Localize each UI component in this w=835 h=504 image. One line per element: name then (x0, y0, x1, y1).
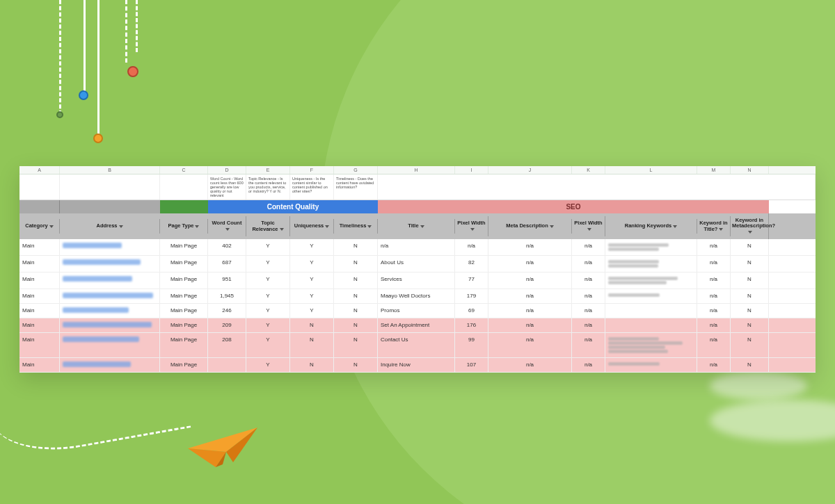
cell[interactable]: n/a (697, 289, 731, 303)
cell[interactable]: 209 (208, 318, 246, 332)
cell[interactable]: N (334, 256, 378, 272)
cell[interactable]: Y (246, 239, 290, 255)
cell[interactable] (605, 273, 697, 288)
cell[interactable]: Main (19, 304, 60, 318)
column-letter[interactable]: L (605, 166, 697, 174)
table-row[interactable]: MainMain PageYNNInquire Now107n/an/an/aN (19, 358, 816, 373)
cell[interactable] (60, 304, 160, 318)
data-body[interactable]: MainMain Page402YYNn/an/an/an/an/aNMainM… (19, 239, 816, 373)
cell[interactable]: 99 (455, 333, 488, 357)
column-letter[interactable]: J (488, 166, 572, 174)
header-page-type[interactable]: Page Type (160, 219, 208, 233)
column-letter[interactable]: A (19, 166, 60, 174)
cell[interactable]: Main Page (160, 289, 208, 303)
cell[interactable]: N (334, 318, 378, 332)
header-keyword-in-title[interactable]: Keyword in Title? (697, 216, 731, 236)
column-letter[interactable]: H (378, 166, 455, 174)
cell[interactable] (605, 289, 697, 303)
table-row[interactable]: MainMain Page1,945YYNMaayo Well Doctors1… (19, 289, 816, 304)
header-pixel-width-1[interactable]: Pixel Width (455, 216, 488, 236)
cell[interactable]: n/a (697, 318, 731, 332)
cell[interactable]: n/a (572, 333, 605, 357)
cell[interactable]: n/a (488, 239, 572, 255)
cell[interactable]: 82 (455, 256, 488, 272)
cell[interactable]: n/a (488, 273, 572, 288)
cell[interactable]: Contact Us (378, 333, 455, 357)
cell[interactable]: Main Page (160, 273, 208, 288)
cell[interactable]: Y (246, 358, 290, 372)
cell[interactable]: n/a (455, 239, 488, 255)
column-letter[interactable]: K (572, 166, 605, 174)
cell[interactable] (60, 289, 160, 303)
cell[interactable]: Y (290, 256, 334, 272)
cell[interactable]: n/a (488, 333, 572, 357)
cell[interactable]: N (731, 333, 769, 357)
cell[interactable]: About Us (378, 256, 455, 272)
cell[interactable]: Main Page (160, 358, 208, 372)
cell[interactable]: 1,945 (208, 289, 246, 303)
cell[interactable]: Main (19, 273, 60, 288)
cell[interactable]: N (334, 333, 378, 357)
cell[interactable]: N (290, 318, 334, 332)
cell[interactable]: N (334, 358, 378, 372)
cell[interactable]: n/a (572, 239, 605, 255)
cell[interactable]: Set An Appointment (378, 318, 455, 332)
cell[interactable]: n/a (488, 318, 572, 332)
cell[interactable]: n/a (488, 304, 572, 318)
cell[interactable]: N (290, 358, 334, 372)
cell[interactable]: Services (378, 273, 455, 288)
table-row[interactable]: MainMain Page951YYNServices77n/an/an/aN (19, 273, 816, 289)
cell[interactable]: 208 (208, 333, 246, 357)
cell[interactable]: N (731, 358, 769, 372)
cell[interactable]: n/a (488, 256, 572, 272)
column-letter[interactable]: F (290, 166, 334, 174)
cell[interactable]: n/a (572, 318, 605, 332)
cell[interactable]: n/a (378, 239, 455, 255)
header-keyword-in-meta[interactable]: Keyword in Metadescription? (731, 213, 769, 239)
cell[interactable]: Main (19, 358, 60, 372)
cell[interactable] (208, 358, 246, 372)
cell[interactable] (605, 256, 697, 272)
cell[interactable]: n/a (488, 358, 572, 372)
cell[interactable]: Main Page (160, 333, 208, 357)
cell[interactable]: 69 (455, 304, 488, 318)
cell[interactable]: Y (246, 304, 290, 318)
header-pixel-width-2[interactable]: Pixel Width (572, 216, 605, 236)
cell[interactable]: n/a (697, 304, 731, 318)
cell[interactable]: 951 (208, 273, 246, 288)
cell[interactable]: 179 (455, 289, 488, 303)
header-timeliness[interactable]: Timeliness (334, 219, 378, 233)
cell[interactable]: Y (246, 289, 290, 303)
table-row[interactable]: MainMain Page687YYNAbout Us82n/an/an/aN (19, 256, 816, 273)
cell[interactable]: n/a (572, 289, 605, 303)
cell[interactable]: N (731, 304, 769, 318)
table-row[interactable]: MainMain Page402YYNn/an/an/an/an/aN (19, 239, 816, 256)
column-letter[interactable]: G (334, 166, 378, 174)
header-word-count[interactable]: Word Count (208, 216, 246, 236)
cell[interactable]: 246 (208, 304, 246, 318)
cell[interactable] (60, 256, 160, 272)
table-row[interactable]: MainMain Page246YYNPromos69n/an/an/aN (19, 304, 816, 318)
cell[interactable]: 402 (208, 239, 246, 255)
cell[interactable]: N (334, 273, 378, 288)
header-ranking-keywords[interactable]: Ranking Keywords (605, 219, 697, 233)
cell[interactable]: n/a (572, 273, 605, 288)
cell[interactable]: 176 (455, 318, 488, 332)
cell[interactable]: Y (290, 289, 334, 303)
cell[interactable]: Y (246, 273, 290, 288)
column-letter[interactable]: D (208, 166, 246, 174)
cell[interactable]: N (334, 239, 378, 255)
cell[interactable] (605, 333, 697, 357)
cell[interactable]: Main Page (160, 318, 208, 332)
cell[interactable]: Y (246, 333, 290, 357)
column-letter[interactable]: B (60, 166, 160, 174)
cell[interactable] (605, 304, 697, 318)
cell[interactable]: 687 (208, 256, 246, 272)
cell[interactable]: N (731, 239, 769, 255)
cell[interactable]: Main (19, 318, 60, 332)
cell[interactable] (60, 358, 160, 372)
cell[interactable] (605, 239, 697, 255)
cell[interactable]: n/a (697, 273, 731, 288)
table-row[interactable]: MainMain Page208YNNContact Us99n/an/an/a… (19, 333, 816, 358)
spreadsheet[interactable]: ABCDEFGHIJKLMN Word Count - Word count l… (19, 166, 816, 373)
